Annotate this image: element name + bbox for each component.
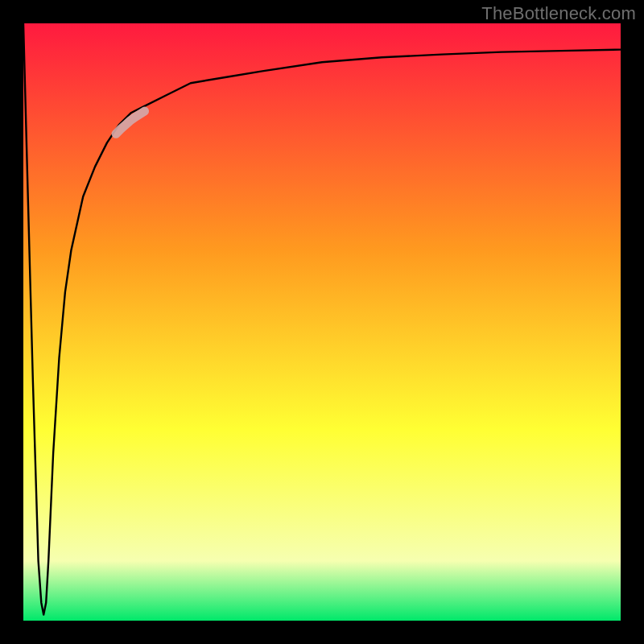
gradient-background [23, 23, 621, 621]
watermark-text: TheBottleneck.com [481, 3, 636, 24]
chart-frame: { "watermark": "TheBottleneck.com", "col… [0, 0, 644, 644]
bottleneck-plot [23, 23, 621, 621]
